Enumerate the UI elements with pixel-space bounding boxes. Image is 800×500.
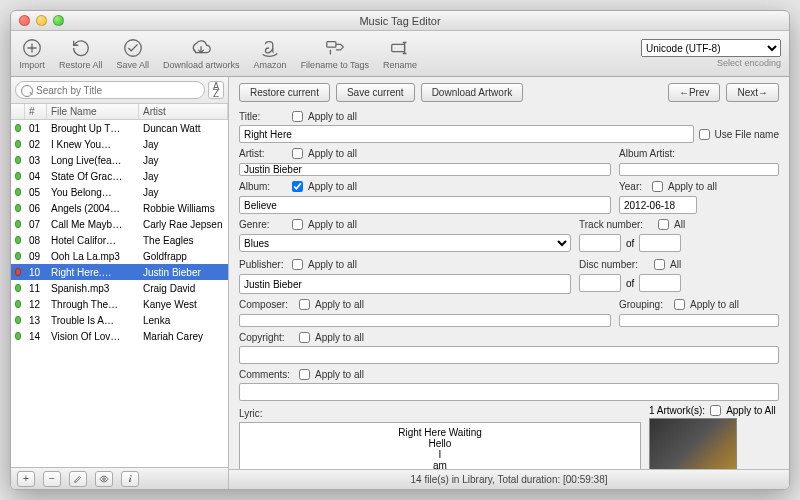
sidebar-footer: + − 𝒊 (11, 467, 228, 489)
filename-to-tags-button[interactable]: Filename to Tags (301, 37, 369, 70)
grouping-apply-checkbox[interactable] (674, 299, 685, 310)
table-row[interactable]: 04State Of Grac…Jay (11, 168, 228, 184)
app-window: Music Tag Editor Import Restore All Save… (10, 10, 790, 490)
titlebar: Music Tag Editor (11, 11, 789, 31)
artwork-apply-checkbox[interactable] (710, 405, 721, 416)
info-button[interactable]: 𝒊 (121, 471, 139, 487)
table-row[interactable]: 06Angels (2004…Robbie Williams (11, 200, 228, 216)
file-list-header: # File Name Artist (11, 104, 228, 120)
amazon-icon (257, 37, 283, 59)
svg-rect-2 (327, 42, 336, 48)
track-apply-checkbox[interactable] (658, 219, 669, 230)
year-label: Year: (619, 181, 647, 192)
table-row[interactable]: 10Right Here.…Justin Bieber (11, 264, 228, 280)
album-field[interactable] (239, 196, 611, 214)
table-row[interactable]: 09Ooh La La.mp3Goldfrapp (11, 248, 228, 264)
svg-point-1 (125, 40, 142, 57)
edit-button[interactable] (69, 471, 87, 487)
restore-all-button[interactable]: Restore All (59, 37, 103, 70)
publisher-label: Publisher: (239, 259, 287, 270)
composer-apply-checkbox[interactable] (299, 299, 310, 310)
save-all-button[interactable]: Save All (117, 37, 150, 70)
encoding-label: Select encoding (717, 58, 781, 68)
album-artist-label: Album Artist: (619, 148, 689, 159)
publisher-field[interactable] (239, 274, 571, 294)
tag-convert-icon (322, 37, 348, 59)
composer-field[interactable] (239, 314, 611, 327)
restore-icon (68, 37, 94, 59)
disc-b-field[interactable] (639, 274, 681, 292)
disc-apply-checkbox[interactable] (654, 259, 665, 270)
album-label: Album: (239, 181, 287, 192)
table-row[interactable]: 02I Knew You…Jay (11, 136, 228, 152)
artist-field[interactable] (239, 163, 611, 176)
copyright-apply-checkbox[interactable] (299, 332, 310, 343)
comments-label: Comments: (239, 369, 294, 380)
sort-button[interactable]: AZ (208, 81, 224, 99)
main-panel: Restore current Save current Download Ar… (229, 77, 789, 489)
track-b-field[interactable] (639, 234, 681, 252)
disc-label: Disc number: (579, 259, 649, 270)
use-filename-checkbox[interactable] (699, 129, 710, 140)
toolbar: Import Restore All Save All Download art… (11, 31, 789, 77)
track-a-field[interactable] (579, 234, 621, 252)
download-artworks-button[interactable]: Download artworks (163, 37, 240, 70)
plus-circle-icon (19, 37, 45, 59)
comments-field[interactable] (239, 383, 779, 401)
lyric-textarea[interactable]: Right Here WaitingHelloIamhere (239, 422, 641, 469)
artist-apply-checkbox[interactable] (292, 148, 303, 159)
search-input[interactable] (36, 82, 198, 98)
svg-point-4 (103, 477, 106, 480)
search-input-wrap (15, 81, 205, 99)
next-button[interactable]: Next→ (726, 83, 779, 102)
import-button[interactable]: Import (19, 37, 45, 70)
disc-a-field[interactable] (579, 274, 621, 292)
table-row[interactable]: 11Spanish.mp3Craig David (11, 280, 228, 296)
table-row[interactable]: 14Vision Of Lov…Mariah Carey (11, 328, 228, 344)
table-row[interactable]: 05You Belong…Jay (11, 184, 228, 200)
check-circle-icon (120, 37, 146, 59)
encoding-select[interactable]: Unicode (UTF-8) (641, 39, 781, 57)
comments-apply-checkbox[interactable] (299, 369, 310, 380)
year-field[interactable] (619, 196, 697, 214)
prev-button[interactable]: ←Prev (668, 83, 721, 102)
table-row[interactable]: 13Trouble Is A…Lenka (11, 312, 228, 328)
download-artwork-button[interactable]: Download Artwork (421, 83, 524, 102)
status-bar: 14 file(s) in Library, Total duration: [… (229, 469, 789, 489)
add-file-button[interactable]: + (17, 471, 35, 487)
amazon-button[interactable]: Amazon (254, 37, 287, 70)
title-field[interactable] (239, 125, 694, 143)
copyright-label: Copyright: (239, 332, 294, 343)
svg-rect-3 (392, 44, 405, 51)
composer-label: Composer: (239, 299, 294, 310)
title-apply-checkbox[interactable] (292, 111, 303, 122)
album-artist-field[interactable] (619, 163, 779, 176)
remove-file-button[interactable]: − (43, 471, 61, 487)
album-apply-checkbox[interactable] (292, 181, 303, 192)
grouping-field[interactable] (619, 314, 779, 327)
sidebar: AZ # File Name Artist 01Brought Up T…Dun… (11, 77, 229, 489)
artwork-count: 1 Artwork(s): (649, 405, 705, 416)
save-current-button[interactable]: Save current (336, 83, 415, 102)
grouping-label: Grouping: (619, 299, 669, 310)
lyric-label: Lyric: (239, 408, 287, 419)
cloud-download-icon (188, 37, 214, 59)
table-row[interactable]: 08Hotel Califor…The Eagles (11, 232, 228, 248)
copyright-field[interactable] (239, 346, 779, 364)
file-list[interactable]: 01Brought Up T…Duncan Watt02I Knew You…J… (11, 120, 228, 467)
table-row[interactable]: 07Call Me Mayb…Carly Rae Jepsen (11, 216, 228, 232)
artwork-image[interactable]: BELIEVE (649, 418, 737, 469)
publisher-apply-checkbox[interactable] (292, 259, 303, 270)
track-label: Track number: (579, 219, 653, 230)
genre-apply-checkbox[interactable] (292, 219, 303, 230)
restore-current-button[interactable]: Restore current (239, 83, 330, 102)
table-row[interactable]: 03Long Live(fea…Jay (11, 152, 228, 168)
table-row[interactable]: 12Through The…Kanye West (11, 296, 228, 312)
rename-button[interactable]: Rename (383, 37, 417, 70)
window-title: Music Tag Editor (11, 15, 789, 27)
table-row[interactable]: 01Brought Up T…Duncan Watt (11, 120, 228, 136)
preview-button[interactable] (95, 471, 113, 487)
genre-select[interactable]: Blues (239, 234, 571, 252)
title-label: Title: (239, 111, 287, 122)
year-apply-checkbox[interactable] (652, 181, 663, 192)
